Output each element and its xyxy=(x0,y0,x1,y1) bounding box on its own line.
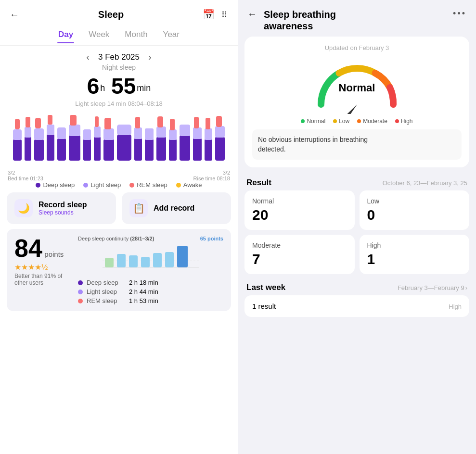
next-date-arrow[interactable]: › xyxy=(148,51,152,63)
last-week-date[interactable]: February 3—February 9 › xyxy=(398,284,467,291)
svg-rect-47 xyxy=(215,126,225,138)
result-section-header: Result October 6, 23—February 3, 25 xyxy=(238,173,476,190)
svg-rect-33 xyxy=(156,126,166,138)
gauge-low-label: Low xyxy=(339,118,349,125)
prev-date-arrow[interactable]: ‹ xyxy=(86,51,90,63)
svg-rect-57 xyxy=(177,246,188,267)
record-sleep-text: Record sleep Sleep sounds xyxy=(39,201,87,216)
result-date: October 6, 23—February 3, 25 xyxy=(383,179,467,187)
right-more-icon[interactable]: ••• xyxy=(453,9,466,19)
more-icon[interactable]: ⠿ xyxy=(221,10,228,19)
gauge-center-label: Normal xyxy=(339,82,375,94)
svg-marker-58 xyxy=(337,102,359,114)
svg-rect-6 xyxy=(34,139,44,161)
svg-rect-53 xyxy=(129,255,138,267)
svg-rect-40 xyxy=(193,138,202,161)
svg-rect-51 xyxy=(105,258,114,267)
gauge-normal-label: Normal xyxy=(307,118,325,125)
right-header: ← Sleep breathingawareness ••• xyxy=(238,0,476,37)
breakdown-deep: Deep sleep 2 h 18 min xyxy=(78,279,223,286)
score-card[interactable]: 84 points ★★★★½ Better than 91% ofother … xyxy=(7,229,231,311)
cards-area: 🌙 Record sleep Sleep sounds 📋 Add record… xyxy=(0,192,238,454)
svg-rect-45 xyxy=(206,118,210,129)
add-record-card[interactable]: 📋 Add record xyxy=(122,192,231,224)
tab-week[interactable]: Week xyxy=(88,28,110,43)
breakdown-deep-value: 2 h 18 min xyxy=(129,279,158,286)
svg-rect-13 xyxy=(57,127,66,139)
sleep-chart-area: 3/2 Bed time 01:23 3/2 Rise time 08:18 xyxy=(0,110,238,177)
breakdown-section: Deep sleep 2 h 18 min Light sleep 2 h 44… xyxy=(78,279,223,304)
page-title: Sleep xyxy=(98,9,124,20)
gauge-low-dot xyxy=(333,119,337,123)
svg-rect-20 xyxy=(94,126,101,138)
result-normal-label: Normal xyxy=(252,197,347,205)
result-title: Result xyxy=(246,178,271,188)
last-week-header: Last week February 3—February 9 › xyxy=(238,280,476,295)
svg-rect-9 xyxy=(47,134,54,161)
svg-rect-55 xyxy=(153,253,162,267)
breakdown-rem-value: 1 h 53 min xyxy=(129,297,158,304)
breakdown-rem-dot xyxy=(78,299,83,303)
gauge-high-dot xyxy=(395,119,399,123)
bar-chart xyxy=(78,243,223,272)
svg-rect-26 xyxy=(117,125,131,135)
back-icon[interactable]: ← xyxy=(10,9,19,20)
last-week-result-label: 1 result xyxy=(252,302,276,310)
breakdown-light-label: Light sleep xyxy=(87,288,125,295)
svg-rect-2 xyxy=(15,119,20,129)
gauge-card: Updated on February 3 Normal xyxy=(244,37,469,167)
score-desc: Better than 91% ofother users xyxy=(14,273,72,286)
svg-rect-8 xyxy=(35,118,41,128)
left-panel: ← Sleep 📅 ⠿ Day Week Month Year ‹ 3 Feb … xyxy=(0,0,238,454)
awake-label: Awake xyxy=(183,181,202,189)
svg-rect-38 xyxy=(180,135,190,161)
svg-rect-41 xyxy=(193,127,202,139)
tab-year[interactable]: Year xyxy=(162,28,180,43)
right-panel: ← Sleep breathingawareness ••• Updated o… xyxy=(238,0,476,454)
gauge-subtitle: Updated on February 3 xyxy=(325,44,389,51)
gauge-legend-low: Low xyxy=(333,118,349,125)
svg-rect-32 xyxy=(156,137,166,161)
svg-rect-7 xyxy=(34,128,44,140)
gauge-legend: Normal Low Moderate High xyxy=(301,118,412,125)
deep-sleep-label: Deep sleep xyxy=(43,181,75,189)
rem-sleep-dot xyxy=(129,183,134,188)
breakdown-deep-label: Deep sleep xyxy=(87,279,125,286)
svg-rect-3 xyxy=(25,137,31,161)
gauge-legend-normal: Normal xyxy=(301,118,325,125)
svg-rect-35 xyxy=(169,139,177,161)
result-moderate: Moderate 7 xyxy=(244,235,355,274)
record-sleep-sub: Sleep sounds xyxy=(39,209,87,216)
breakdown-rem-label: REM sleep xyxy=(87,297,125,304)
right-header-left: ← Sleep breathingawareness xyxy=(247,9,336,32)
last-week-card[interactable]: 1 result High xyxy=(244,295,469,317)
chart-label-right: 3/2 Rise time 08:18 xyxy=(193,170,230,181)
calendar-icon[interactable]: 📅 xyxy=(203,9,215,20)
score-right: Deep sleep continuity (28/1–3/2) 65 poin… xyxy=(78,236,223,304)
svg-rect-11 xyxy=(48,115,52,125)
breakdown-light: Light sleep 2 h 44 min xyxy=(78,288,223,295)
right-back-icon[interactable]: ← xyxy=(247,9,257,20)
last-week-result-sub: High xyxy=(449,303,462,310)
svg-rect-30 xyxy=(145,139,154,161)
tab-month[interactable]: Month xyxy=(124,28,148,43)
svg-rect-16 xyxy=(70,115,77,126)
tab-day[interactable]: Day xyxy=(57,28,74,43)
svg-rect-25 xyxy=(117,134,131,161)
legend-rem: REM sleep xyxy=(129,181,167,189)
sleep-chart xyxy=(7,110,231,168)
gauge-legend-moderate: Moderate xyxy=(357,118,387,125)
svg-rect-14 xyxy=(69,135,80,161)
svg-rect-27 xyxy=(134,138,142,161)
result-low-value: 0 xyxy=(367,207,462,223)
light-sleep-dot xyxy=(83,183,88,188)
svg-rect-43 xyxy=(205,139,212,161)
result-high-label: High xyxy=(367,241,462,249)
result-normal-value: 20 xyxy=(252,207,347,223)
svg-rect-46 xyxy=(215,137,225,161)
result-moderate-value: 7 xyxy=(252,251,347,267)
gauge-wrap: Normal xyxy=(309,56,405,114)
svg-rect-42 xyxy=(194,117,199,128)
svg-rect-37 xyxy=(170,119,175,130)
record-sleep-card[interactable]: 🌙 Record sleep Sleep sounds xyxy=(7,192,116,224)
